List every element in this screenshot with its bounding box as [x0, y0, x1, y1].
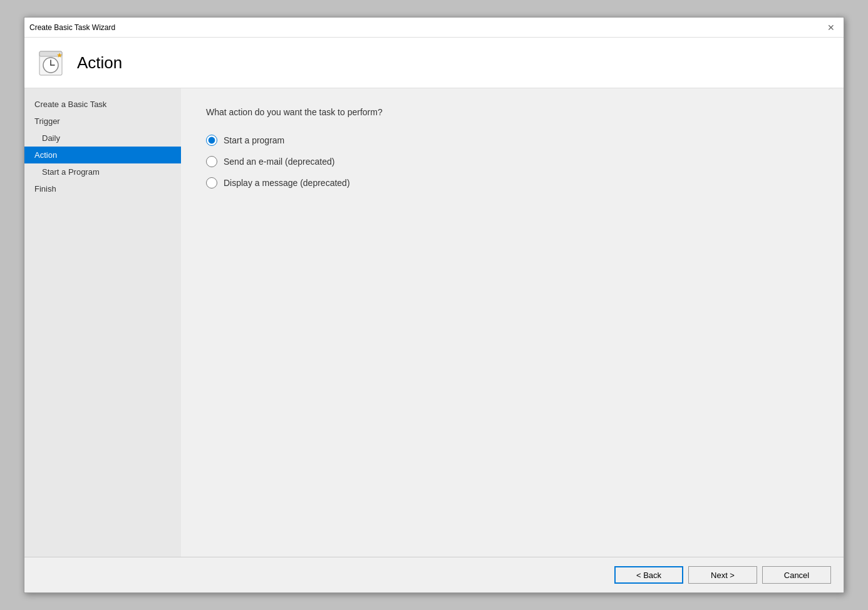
sidebar-item-start-program[interactable]: Start a Program — [24, 163, 181, 180]
radio-start-program[interactable]: Start a program — [206, 135, 819, 146]
radio-start-program-input[interactable] — [206, 135, 217, 146]
dialog-title: Create Basic Task Wizard — [29, 23, 115, 32]
main-content: What action do you want the task to perf… — [181, 88, 844, 557]
next-button[interactable]: Next > — [688, 566, 757, 584]
sidebar-item-trigger[interactable]: Trigger — [24, 113, 181, 130]
radio-display-message-input[interactable] — [206, 177, 217, 189]
sidebar-item-action[interactable]: Action — [24, 147, 181, 163]
sidebar-item-daily[interactable]: Daily — [24, 130, 181, 147]
title-bar: Create Basic Task Wizard ✕ — [24, 18, 844, 38]
content-area: Create a Basic Task Trigger Daily Action… — [24, 88, 844, 557]
radio-display-message[interactable]: Display a message (deprecated) — [206, 177, 819, 189]
sidebar-item-finish[interactable]: Finish — [24, 180, 181, 197]
sidebar-item-create-task[interactable]: Create a Basic Task — [24, 96, 181, 113]
radio-send-email-input[interactable] — [206, 156, 217, 167]
header-icon — [37, 48, 67, 78]
header-area: Action — [24, 38, 844, 88]
header-title: Action — [77, 53, 122, 73]
close-button[interactable]: ✕ — [824, 20, 839, 35]
question-text: What action do you want the task to perf… — [206, 107, 819, 117]
back-button[interactable]: < Back — [614, 566, 683, 584]
radio-send-email[interactable]: Send an e-mail (deprecated) — [206, 156, 819, 167]
radio-group: Start a program Send an e-mail (deprecat… — [206, 135, 819, 189]
footer: < Back Next > Cancel — [24, 557, 844, 592]
cancel-button[interactable]: Cancel — [762, 566, 831, 584]
wizard-dialog: Create Basic Task Wizard ✕ Action — [24, 17, 844, 593]
sidebar: Create a Basic Task Trigger Daily Action… — [24, 88, 181, 557]
